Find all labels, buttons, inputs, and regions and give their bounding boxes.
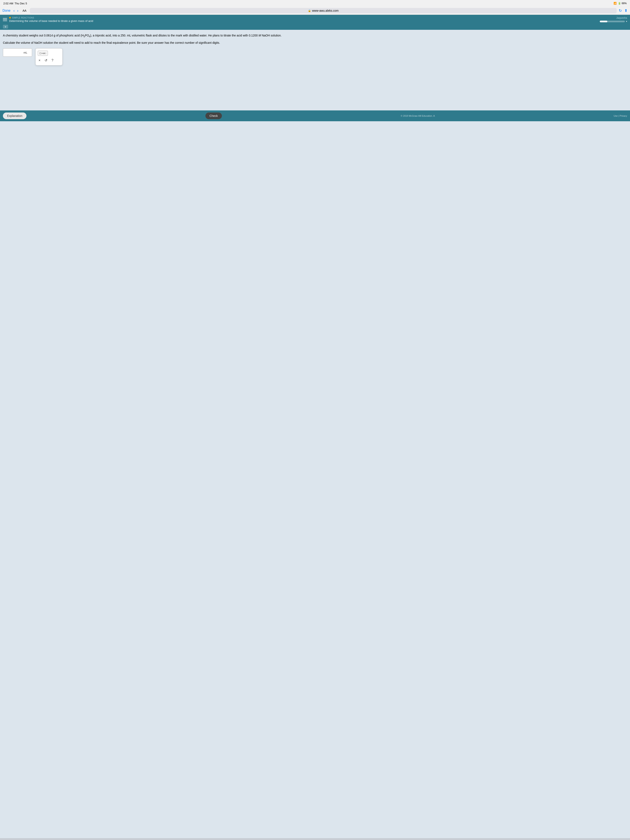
unit-label: mL [24, 51, 27, 54]
status-bar-right: 📶 🔋 66% [614, 2, 627, 5]
status-bar-left: 2:02 AM Thu Dec 5 [3, 2, 27, 5]
done-button[interactable]: Done [3, 9, 10, 13]
answer-input-wrapper[interactable]: mL [3, 48, 32, 57]
progress-bar-fill [600, 21, 607, 22]
lock-icon: 🔒 [308, 9, 311, 12]
wifi-icon: 📶 [614, 2, 617, 5]
question-paragraph-1: A chemistry student weighs out 0.0614 g … [3, 33, 627, 38]
time-display: 2:02 AM [3, 2, 13, 5]
math-keyboard: □ ×10□ × ↺ ? [35, 48, 63, 65]
help-button[interactable]: ? [51, 58, 54, 63]
exponent-key[interactable]: □ ×10□ [38, 51, 48, 56]
user-name: Jaquesha [616, 16, 627, 19]
close-keyboard-button[interactable]: × [38, 58, 41, 63]
date-display: Thu Dec 5 [14, 2, 27, 5]
expand-button[interactable]: ∨ [3, 25, 8, 28]
bottom-area [0, 69, 630, 111]
page-footer: Explanation Check © 2019 McGraw-Hill Edu… [0, 111, 630, 121]
question-paragraph-2: Calculate the volume of NaOH solution th… [3, 40, 627, 45]
expand-row: ∨ [0, 24, 630, 30]
check-button[interactable]: Check [205, 112, 222, 119]
topic-dot [9, 17, 11, 19]
answer-area: mL □ ×10□ × ↺ ? [3, 48, 627, 65]
answer-input[interactable] [6, 51, 22, 54]
topic-category: SIMPLE REACTIONS [12, 17, 34, 19]
question-area: A chemistry student weighs out 0.0614 g … [0, 30, 630, 69]
progress-bar [600, 21, 625, 22]
exponent-base: □ [39, 52, 41, 55]
browser-nav: ‹ › [13, 8, 19, 13]
explanation-button[interactable]: Explanation [3, 112, 27, 119]
aleks-header-right: Jaquesha ▾ [600, 16, 627, 22]
forward-button[interactable]: › [16, 8, 19, 13]
topic-title: Determining the volume of base needed to… [9, 19, 598, 22]
status-bar: 2:02 AM Thu Dec 5 📶 🔋 66% [0, 0, 630, 7]
battery-icon: 🔋 66% [618, 2, 627, 5]
back-button[interactable]: ‹ [13, 8, 16, 13]
exponent-symbol: ×10□ [42, 52, 46, 54]
reload-button[interactable]: ↻ [619, 8, 622, 13]
hamburger-menu[interactable] [3, 18, 7, 21]
page-content: SIMPLE REACTIONS Determining the volume … [0, 15, 630, 838]
share-button[interactable]: ⬆ [624, 8, 627, 13]
aa-button[interactable]: AA [21, 9, 28, 12]
url-text: www-awu.aleks.com [312, 9, 339, 12]
footer-links[interactable]: Use | Privacy [614, 115, 627, 117]
chevron-down-icon[interactable]: ▾ [626, 20, 627, 22]
url-bar[interactable]: 🔒 www-awu.aleks.com [30, 8, 617, 13]
browser-actions: ↻ ⬆ [619, 8, 627, 13]
undo-button[interactable]: ↺ [44, 57, 48, 63]
aleks-header-center: SIMPLE REACTIONS Determining the volume … [9, 17, 598, 22]
copyright-text: © 2019 McGraw-Hill Education. A [401, 115, 435, 117]
browser-bar: Done ‹ › AA 🔒 www-awu.aleks.com ↻ ⬆ [0, 7, 630, 15]
aleks-header: SIMPLE REACTIONS Determining the volume … [0, 15, 630, 24]
